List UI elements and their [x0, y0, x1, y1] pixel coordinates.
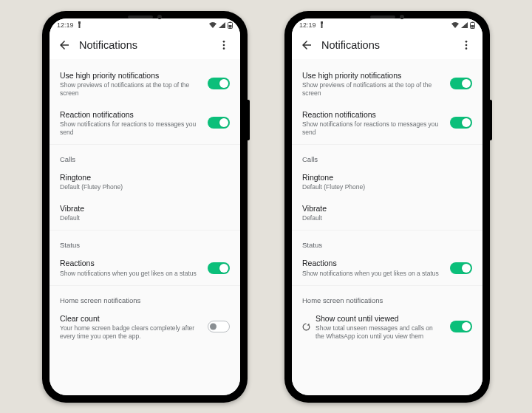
more-button[interactable] — [456, 35, 477, 55]
svg-rect-3 — [230, 21, 231, 22]
row-title: Show count until viewed — [316, 313, 443, 324]
switch-high-priority[interactable] — [208, 78, 230, 89]
svg-point-7 — [223, 47, 225, 50]
settings-list: Use high priority notifications Show pre… — [50, 60, 240, 395]
section-status: Status — [50, 232, 240, 252]
wifi-icon — [209, 22, 216, 28]
row-vibrate[interactable]: Vibrate Default — [292, 197, 482, 228]
phone-right: 12:19 Notifications Use high priority — [284, 11, 490, 403]
arrow-left-icon — [300, 38, 313, 52]
section-home: Home screen notifications — [292, 287, 482, 307]
svg-point-15 — [466, 47, 468, 50]
row-subtitle: Your home screen badge clears completely… — [60, 324, 200, 341]
switch-status-reactions[interactable] — [208, 262, 230, 274]
settings-list: Use high priority notifications Show pre… — [292, 60, 482, 395]
row-subtitle: Show previews of notifications at the to… — [302, 81, 443, 98]
row-subtitle: Show total unseen messages and calls on … — [316, 324, 443, 341]
row-title: Use high priority notifications — [60, 70, 200, 81]
row-subtitle: Show notifications when you get likes on… — [302, 270, 443, 278]
svg-rect-0 — [78, 21, 81, 24]
row-vibrate[interactable]: Vibrate Default — [50, 197, 240, 228]
row-subtitle: Show notifications when you get likes on… — [60, 270, 200, 278]
row-subtitle: Default (Flutey Phone) — [60, 183, 230, 191]
app-bar: Notifications — [292, 32, 482, 60]
refresh-icon — [301, 322, 311, 332]
row-title: Reaction notifications — [302, 109, 443, 120]
row-reaction-notifications[interactable]: Reaction notifications Show notification… — [292, 103, 482, 143]
switch-high-priority[interactable] — [450, 78, 472, 89]
row-clear-count[interactable]: Clear count Your home screen badge clear… — [50, 307, 240, 347]
row-title: Vibrate — [302, 203, 472, 214]
row-show-count[interactable]: Show count until viewed Show total unsee… — [292, 307, 482, 347]
row-ringtone[interactable]: Ringtone Default (Flutey Phone) — [292, 166, 482, 197]
row-title: Use high priority notifications — [302, 70, 443, 81]
row-ringtone[interactable]: Ringtone Default (Flutey Phone) — [50, 166, 240, 197]
switch-status-reactions[interactable] — [450, 262, 472, 274]
switch-clear-count[interactable] — [208, 321, 230, 332]
section-calls: Calls — [50, 146, 240, 166]
wifi-icon — [451, 22, 459, 28]
row-subtitle: Default (Flutey Phone) — [302, 183, 472, 191]
battery-icon — [470, 21, 475, 29]
signal-icon — [219, 22, 225, 28]
svg-rect-4 — [229, 25, 232, 28]
svg-rect-11 — [472, 21, 474, 22]
row-title: Ringtone — [60, 172, 230, 182]
svg-point-13 — [466, 41, 468, 43]
clock-text: 12:19 — [57, 21, 74, 29]
row-status-reactions[interactable]: Reactions Show notifications when you ge… — [292, 252, 482, 283]
page-title: Notifications — [317, 39, 456, 51]
row-title: Reaction notifications — [60, 109, 200, 120]
row-subtitle: Show previews of notifications at the to… — [60, 81, 200, 98]
svg-point-5 — [223, 41, 225, 43]
row-title: Ringtone — [302, 172, 472, 182]
svg-point-14 — [466, 44, 468, 47]
row-title: Reactions — [302, 258, 443, 268]
phone-left: 12:19 Notifications Use high priority — [42, 11, 248, 403]
status-bar: 12:19 — [292, 18, 482, 32]
arrow-left-icon — [58, 38, 71, 52]
back-button[interactable] — [54, 35, 75, 55]
row-reaction-notifications[interactable]: Reaction notifications Show notification… — [50, 103, 240, 143]
svg-point-6 — [223, 44, 225, 47]
more-vert-icon — [460, 39, 472, 51]
row-subtitle: Show notifications for reactions to mess… — [302, 120, 443, 137]
battery-icon — [228, 21, 233, 29]
clock-text: 12:19 — [299, 21, 316, 29]
row-title: Clear count — [60, 313, 200, 324]
svg-rect-12 — [471, 25, 474, 28]
switch-show-count[interactable] — [450, 321, 472, 332]
signal-icon — [461, 22, 468, 28]
more-button[interactable] — [214, 35, 234, 55]
switch-reaction-notifications[interactable] — [450, 117, 472, 129]
row-title: Vibrate — [60, 203, 230, 214]
page-title: Notifications — [75, 39, 214, 51]
app-bar: Notifications — [50, 32, 240, 60]
row-subtitle: Default — [302, 214, 472, 222]
row-title: Reactions — [60, 258, 200, 268]
back-button[interactable] — [296, 35, 317, 55]
switch-reaction-notifications[interactable] — [208, 117, 230, 129]
svg-rect-8 — [321, 21, 323, 24]
section-status: Status — [292, 232, 482, 252]
row-subtitle: Default — [60, 214, 230, 222]
more-vert-icon — [218, 39, 230, 51]
svg-rect-9 — [321, 24, 322, 28]
status-bar: 12:19 — [50, 18, 240, 32]
row-high-priority[interactable]: Use high priority notifications Show pre… — [292, 64, 482, 103]
svg-rect-1 — [78, 24, 80, 28]
row-subtitle: Show notifications for reactions to mess… — [60, 120, 200, 137]
row-status-reactions[interactable]: Reactions Show notifications when you ge… — [50, 252, 240, 283]
section-calls: Calls — [292, 146, 482, 166]
row-high-priority[interactable]: Use high priority notifications Show pre… — [50, 64, 240, 103]
section-home: Home screen notifications — [50, 287, 240, 307]
